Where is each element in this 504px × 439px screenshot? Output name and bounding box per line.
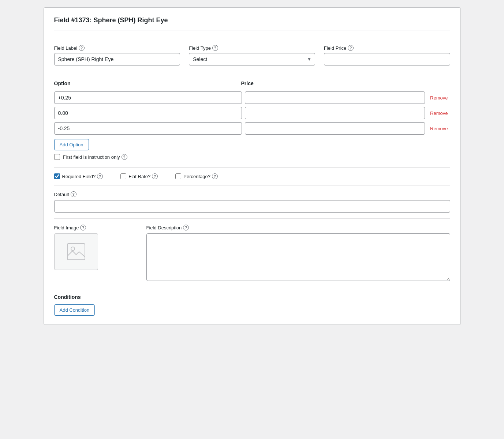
field-type-select-wrapper: Select Text Number Checkbox Radio ▼ xyxy=(189,53,315,65)
option-row-3: Remove xyxy=(54,122,450,135)
default-section: Default ? xyxy=(54,185,450,219)
field-desc-help-icon[interactable]: ? xyxy=(183,225,189,230)
option-3-price-input[interactable] xyxy=(245,122,425,135)
card-title: Field #1373: Sphere (SPH) Right Eye xyxy=(54,16,450,30)
option-2-remove-button[interactable]: Remove xyxy=(428,109,450,117)
option-3-price-group xyxy=(245,122,425,135)
first-field-checkbox-label[interactable]: First field is instruction only ? xyxy=(63,154,127,160)
field-type-label: Field Type ? xyxy=(189,45,315,51)
conditions-section: Conditions Add Condition xyxy=(54,288,450,316)
default-input[interactable] xyxy=(54,200,450,213)
checkboxes-row: Required Field? ? Flat Rate? ? Percentag… xyxy=(54,168,450,185)
svg-rect-0 xyxy=(67,244,85,260)
flat-rate-help-icon[interactable]: ? xyxy=(152,173,158,179)
field-card: Field #1373: Sphere (SPH) Right Eye Fiel… xyxy=(44,7,461,325)
default-help-icon[interactable]: ? xyxy=(71,191,76,197)
field-desc-label: Field Description ? xyxy=(146,225,450,230)
percentage-help-icon[interactable]: ? xyxy=(212,173,218,179)
flat-rate-group: Flat Rate? ? xyxy=(120,173,158,179)
first-field-checkbox[interactable] xyxy=(54,154,60,160)
add-condition-button[interactable]: Add Condition xyxy=(54,304,95,316)
image-desc-section: Field Image ? Field Description ? xyxy=(54,219,450,288)
percentage-label[interactable]: Percentage? ? xyxy=(183,173,218,179)
option-2-value-input[interactable] xyxy=(54,107,242,119)
required-field-group: Required Field? ? xyxy=(54,173,103,179)
field-description-textarea[interactable] xyxy=(146,233,450,281)
option-2-price-input[interactable] xyxy=(245,107,425,119)
default-label: Default ? xyxy=(54,191,450,197)
field-price-label: Field Price ? xyxy=(324,45,450,51)
options-header: Option Price xyxy=(54,80,450,89)
image-desc-row: Field Image ? Field Description ? xyxy=(54,225,450,282)
option-1-value-input[interactable] xyxy=(54,91,242,104)
add-option-button[interactable]: Add Option xyxy=(54,139,89,150)
field-type-help-icon[interactable]: ? xyxy=(212,45,218,51)
flat-rate-checkbox[interactable] xyxy=(120,173,126,179)
first-field-checkbox-row: First field is instruction only ? xyxy=(54,154,450,160)
field-image-help-icon[interactable]: ? xyxy=(80,225,86,230)
field-type-group: Field Type ? Select Text Number Checkbox… xyxy=(189,45,315,65)
option-2-price-group xyxy=(245,107,425,119)
required-field-help-icon[interactable]: ? xyxy=(97,173,103,179)
field-price-input[interactable] xyxy=(324,53,450,65)
option-row-2: Remove xyxy=(54,107,450,119)
field-label-help-icon[interactable]: ? xyxy=(79,45,85,51)
options-section: Option Price Remove Remove Remo xyxy=(54,73,450,168)
option-row-1: Remove xyxy=(54,91,450,104)
field-image-group: Field Image ? xyxy=(54,225,135,270)
option-1-remove-button[interactable]: Remove xyxy=(428,94,450,102)
option-1-price-input[interactable] xyxy=(245,91,425,104)
field-label-label: Field Label ? xyxy=(54,45,180,51)
required-field-checkbox[interactable] xyxy=(54,173,60,179)
price-header-label: Price xyxy=(238,80,425,89)
field-type-select[interactable]: Select Text Number Checkbox Radio xyxy=(189,53,315,65)
option-1-price-group xyxy=(245,91,425,104)
option-header-label: Option xyxy=(54,80,238,89)
flat-rate-label[interactable]: Flat Rate? ? xyxy=(128,173,158,179)
first-field-help-icon[interactable]: ? xyxy=(122,154,127,160)
field-desc-group: Field Description ? xyxy=(146,225,450,282)
image-icon xyxy=(67,243,86,260)
option-3-value-input[interactable] xyxy=(54,122,242,135)
percentage-checkbox[interactable] xyxy=(175,173,181,179)
conditions-title: Conditions xyxy=(54,294,450,300)
image-placeholder[interactable] xyxy=(54,233,98,270)
field-label-group: Field Label ? xyxy=(54,45,180,65)
percentage-group: Percentage? ? xyxy=(175,173,218,179)
field-price-group: Field Price ? xyxy=(324,45,450,65)
field-label-input[interactable] xyxy=(54,53,180,65)
option-3-remove-button[interactable]: Remove xyxy=(428,124,450,133)
required-field-label[interactable]: Required Field? ? xyxy=(62,173,103,179)
field-image-label: Field Image ? xyxy=(54,225,135,230)
field-price-help-icon[interactable]: ? xyxy=(348,45,354,51)
